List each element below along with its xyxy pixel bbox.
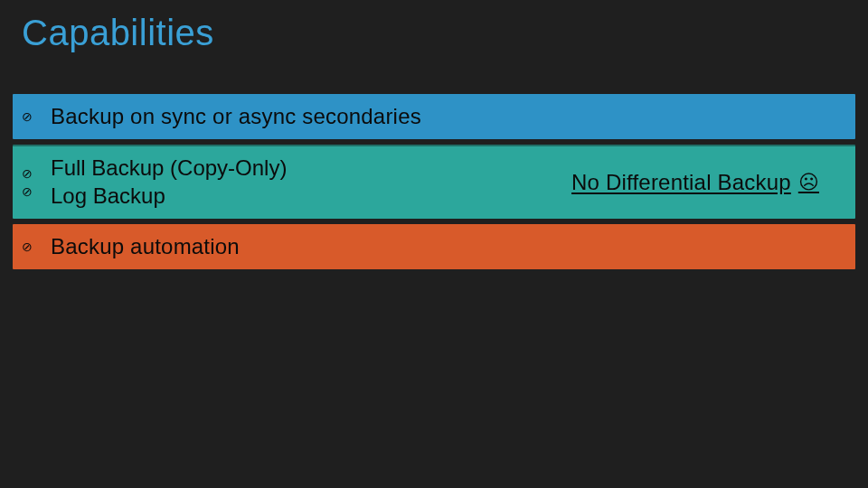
bullet-icon: ⊘ (22, 167, 33, 180)
bar-content: Backup automation (51, 224, 843, 269)
note-text: No Differential Backup (571, 170, 791, 195)
bullet-group: ⊘ (22, 94, 33, 139)
content-bars: ⊘ Backup on sync or async secondaries ⊘ … (13, 94, 855, 275)
text-stack: Full Backup (Copy-Only) Log Backup (51, 155, 287, 210)
page-title: Capabilities (22, 13, 214, 53)
bar-backup-types: ⊘ ⊘ Full Backup (Copy-Only) Log Backup N… (13, 145, 855, 219)
bar-line-1: Full Backup (Copy-Only) (51, 155, 287, 182)
bullet-group: ⊘ ⊘ (22, 146, 33, 219)
bar-content: Backup on sync or async secondaries (51, 94, 843, 139)
no-differential-note: No Differential Backup ☹ (571, 170, 819, 195)
bar-text: Backup automation (51, 234, 240, 259)
bar-sync-async: ⊘ Backup on sync or async secondaries (13, 94, 855, 139)
bar-text: Backup on sync or async secondaries (51, 104, 421, 129)
sad-face-icon: ☹ (798, 171, 819, 194)
slide: Capabilities ⊘ Backup on sync or async s… (0, 0, 868, 488)
bullet-icon: ⊘ (22, 185, 33, 198)
bar-line-2: Log Backup (51, 183, 287, 210)
bullet-group: ⊘ (22, 224, 33, 269)
bullet-icon: ⊘ (22, 110, 33, 123)
bullet-icon: ⊘ (22, 240, 33, 253)
bar-automation: ⊘ Backup automation (13, 224, 855, 269)
